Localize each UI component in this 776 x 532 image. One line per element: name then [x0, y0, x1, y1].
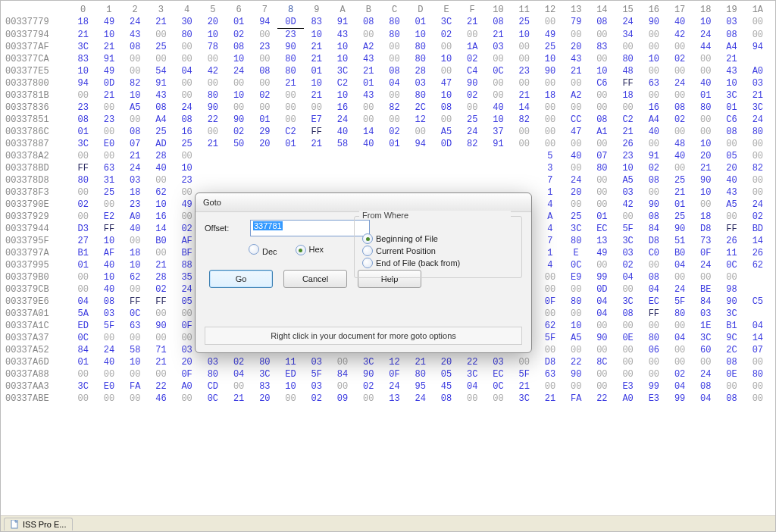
- byte-cell[interactable]: 00: [667, 162, 693, 174]
- byte-cell[interactable]: 10: [96, 29, 122, 42]
- byte-cell[interactable]: B0: [148, 235, 174, 247]
- byte-cell[interactable]: AF: [96, 247, 122, 259]
- byte-cell[interactable]: B1: [70, 247, 96, 259]
- byte-cell[interactable]: 00: [589, 380, 615, 393]
- byte-cell[interactable]: 23: [96, 114, 122, 126]
- byte-cell[interactable]: 21: [200, 138, 226, 150]
- byte-cell[interactable]: 80: [641, 332, 667, 344]
- byte-cell[interactable]: 0F: [174, 368, 200, 380]
- byte-cell[interactable]: 80: [408, 89, 433, 102]
- byte-cell[interactable]: 4: [537, 259, 563, 271]
- byte-cell[interactable]: [277, 174, 303, 186]
- byte-cell[interactable]: 02: [667, 53, 693, 65]
- byte-cell[interactable]: 00: [200, 77, 226, 89]
- byte-cell[interactable]: 10: [330, 53, 355, 65]
- byte-cell[interactable]: 02: [252, 89, 277, 102]
- cancel-button[interactable]: Cancel: [283, 270, 347, 288]
- byte-cell[interactable]: [330, 174, 355, 186]
- byte-cell[interactable]: 00: [70, 89, 96, 102]
- byte-cell[interactable]: 25: [563, 211, 589, 223]
- byte-cell[interactable]: 3C: [252, 368, 277, 380]
- byte-cell[interactable]: 02: [381, 126, 407, 138]
- byte-cell[interactable]: 00: [667, 41, 693, 53]
- byte-cell[interactable]: [408, 150, 433, 162]
- byte-cell[interactable]: 40: [96, 259, 122, 271]
- byte-cell[interactable]: 94: [70, 77, 96, 89]
- byte-cell[interactable]: 01: [589, 211, 615, 223]
- byte-cell[interactable]: [433, 174, 459, 186]
- byte-cell[interactable]: [485, 174, 511, 186]
- byte-cell[interactable]: 45: [433, 380, 459, 393]
- byte-cell[interactable]: 5F: [537, 332, 563, 344]
- byte-cell[interactable]: 04: [381, 77, 407, 89]
- byte-cell[interactable]: 04: [589, 308, 615, 320]
- byte-cell[interactable]: 3: [537, 162, 563, 174]
- byte-cell[interactable]: 91: [148, 77, 174, 89]
- byte-cell[interactable]: C4: [459, 65, 485, 77]
- byte-cell[interactable]: 04: [745, 320, 771, 332]
- byte-cell[interactable]: 21: [745, 89, 771, 102]
- col-header[interactable]: F: [459, 4, 485, 16]
- byte-cell[interactable]: 02: [615, 259, 641, 271]
- byte-cell[interactable]: 00: [512, 53, 537, 65]
- byte-cell[interactable]: C6: [589, 77, 615, 89]
- address-cell[interactable]: 00337A52: [5, 344, 70, 356]
- byte-cell[interactable]: 08: [122, 41, 148, 53]
- byte-cell[interactable]: 02: [226, 29, 252, 42]
- byte-cell[interactable]: 23: [252, 41, 277, 53]
- byte-cell[interactable]: A5: [563, 332, 589, 344]
- byte-cell[interactable]: D8: [537, 356, 563, 368]
- byte-cell[interactable]: [355, 162, 381, 174]
- byte-cell[interactable]: 03: [615, 247, 641, 259]
- byte-cell[interactable]: 10: [122, 356, 148, 368]
- byte-cell[interactable]: [330, 150, 355, 162]
- byte-cell[interactable]: 00: [589, 174, 615, 186]
- byte-cell[interactable]: 00: [641, 29, 667, 42]
- byte-cell[interactable]: 10: [693, 186, 718, 199]
- byte-cell[interactable]: 21: [459, 16, 485, 29]
- byte-cell[interactable]: 00: [589, 138, 615, 150]
- byte-cell[interactable]: FF: [304, 126, 330, 138]
- byte-cell[interactable]: [304, 150, 330, 162]
- byte-cell[interactable]: 42: [615, 199, 641, 211]
- byte-cell[interactable]: 9C: [718, 332, 744, 344]
- byte-cell[interactable]: 03: [745, 77, 771, 89]
- radio-dec[interactable]: Dec: [249, 244, 277, 256]
- byte-cell[interactable]: 00: [148, 29, 174, 42]
- byte-cell[interactable]: 00: [589, 259, 615, 271]
- byte-cell[interactable]: 0C: [485, 65, 511, 77]
- byte-cell[interactable]: 80: [745, 126, 771, 138]
- byte-cell[interactable]: 49: [96, 16, 122, 29]
- byte-cell[interactable]: 00: [408, 126, 433, 138]
- address-cell[interactable]: 00337A37: [5, 332, 70, 344]
- byte-cell[interactable]: 5: [537, 150, 563, 162]
- byte-cell[interactable]: 08: [148, 102, 174, 114]
- byte-cell[interactable]: 18: [615, 89, 641, 102]
- byte-cell[interactable]: 90: [667, 223, 693, 235]
- byte-cell[interactable]: [226, 150, 252, 162]
- byte-cell[interactable]: C2: [615, 114, 641, 126]
- col-header[interactable]: A: [330, 4, 355, 16]
- byte-cell[interactable]: 40: [96, 283, 122, 296]
- byte-cell[interactable]: 8C: [589, 356, 615, 368]
- byte-cell[interactable]: 5A: [70, 308, 96, 320]
- address-cell[interactable]: 0033795F: [5, 235, 70, 247]
- byte-cell[interactable]: 08: [70, 114, 96, 126]
- byte-cell[interactable]: 00: [693, 65, 718, 77]
- byte-cell[interactable]: 80: [381, 29, 407, 42]
- byte-cell[interactable]: 90: [641, 16, 667, 29]
- byte-cell[interactable]: 22: [563, 356, 589, 368]
- byte-cell[interactable]: 3C: [615, 296, 641, 308]
- byte-cell[interactable]: 63: [122, 320, 148, 332]
- byte-cell[interactable]: 40: [718, 174, 744, 186]
- byte-cell[interactable]: 14: [512, 102, 537, 114]
- byte-cell[interactable]: 0D: [277, 16, 303, 29]
- byte-cell[interactable]: [330, 162, 355, 174]
- byte-cell[interactable]: 0C: [200, 393, 226, 405]
- byte-cell[interactable]: 21: [615, 126, 641, 138]
- byte-cell[interactable]: 00: [122, 332, 148, 344]
- byte-cell[interactable]: 0D: [433, 138, 459, 150]
- byte-cell[interactable]: 00: [122, 53, 148, 65]
- byte-cell[interactable]: 80: [277, 53, 303, 65]
- address-cell[interactable]: 0033797A: [5, 247, 70, 259]
